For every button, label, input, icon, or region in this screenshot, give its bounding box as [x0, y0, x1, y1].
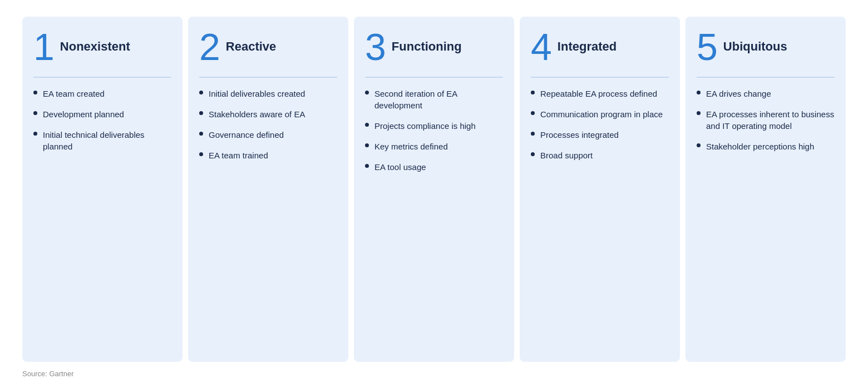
- list-item-text: Broad support: [540, 149, 593, 161]
- column-header-2: 2Reactive: [199, 28, 337, 66]
- bullet-dot: [697, 91, 701, 94]
- column-divider-1: [33, 77, 171, 78]
- source-label: Source: Gartner: [22, 370, 846, 378]
- list-item-text: Initial deliverables created: [209, 88, 305, 99]
- list-item-text: Communication program in place: [540, 108, 663, 120]
- list-item: Communication program in place: [531, 108, 669, 120]
- maturity-grid: 1NonexistentEA team createdDevelopment p…: [22, 17, 846, 362]
- column-5: 5UbiquitousEA drives changeEA processes …: [685, 17, 846, 362]
- bullet-dot: [199, 132, 203, 136]
- list-item-text: Stakeholder perceptions high: [706, 141, 814, 152]
- bullet-dot: [199, 111, 203, 115]
- list-item: Projects compliance is high: [365, 120, 503, 132]
- bullet-dot: [531, 132, 535, 136]
- bullet-dot: [531, 152, 535, 156]
- list-item: Stakeholder perceptions high: [697, 141, 835, 152]
- list-item: EA drives change: [697, 88, 835, 99]
- bullet-dot: [199, 152, 203, 156]
- list-item: Development planned: [33, 108, 171, 120]
- list-item-text: Stakeholders aware of EA: [209, 108, 305, 120]
- bullet-dot: [697, 143, 701, 147]
- list-item: Broad support: [531, 149, 669, 161]
- column-number-4: 4: [531, 28, 552, 66]
- list-item-text: Repeatable EA process defined: [540, 88, 657, 99]
- column-number-3: 3: [365, 28, 386, 66]
- column-header-4: 4Integrated: [531, 28, 669, 66]
- bullet-dot: [365, 164, 369, 168]
- column-divider-3: [365, 77, 503, 78]
- list-item: Processes integrated: [531, 129, 669, 141]
- column-number-2: 2: [199, 28, 220, 66]
- list-item: Repeatable EA process defined: [531, 88, 669, 99]
- list-item-text: Projects compliance is high: [374, 120, 476, 132]
- bullet-list-4: Repeatable EA process definedCommunicati…: [531, 88, 669, 161]
- list-item: EA team created: [33, 88, 171, 99]
- list-item: Second iteration of EA development: [365, 88, 503, 111]
- list-item-text: EA drives change: [706, 88, 771, 99]
- list-item-text: Processes integrated: [540, 129, 619, 141]
- column-1: 1NonexistentEA team createdDevelopment p…: [22, 17, 183, 362]
- list-item-text: Governance defined: [209, 129, 284, 141]
- list-item: EA processes inherent to business and IT…: [697, 108, 835, 132]
- column-divider-5: [697, 77, 835, 78]
- bullet-list-5: EA drives changeEA processes inherent to…: [697, 88, 835, 152]
- bullet-dot: [365, 91, 369, 94]
- column-4: 4IntegratedRepeatable EA process defined…: [520, 17, 680, 362]
- list-item-text: Development planned: [43, 108, 124, 120]
- column-title-2: Reactive: [226, 39, 277, 54]
- bullet-dot: [365, 123, 369, 127]
- list-item-text: EA processes inherent to business and IT…: [706, 108, 835, 132]
- list-item: Initial technical deliverables planned: [33, 129, 171, 152]
- column-header-3: 3Functioning: [365, 28, 503, 66]
- list-item: EA tool usage: [365, 161, 503, 173]
- column-title-4: Integrated: [558, 39, 617, 54]
- bullet-dot: [531, 91, 535, 94]
- column-header-1: 1Nonexistent: [33, 28, 171, 66]
- column-divider-4: [531, 77, 669, 78]
- list-item: Key metrics defined: [365, 141, 503, 152]
- column-number-1: 1: [33, 28, 55, 66]
- column-title-1: Nonexistent: [60, 39, 130, 54]
- list-item: EA team trained: [199, 149, 337, 161]
- list-item-text: EA team created: [43, 88, 105, 99]
- list-item: Governance defined: [199, 129, 337, 141]
- bullet-list-1: EA team createdDevelopment plannedInitia…: [33, 88, 171, 152]
- column-divider-2: [199, 77, 337, 78]
- column-title-3: Functioning: [392, 39, 462, 54]
- list-item: Initial deliverables created: [199, 88, 337, 99]
- column-3: 3FunctioningSecond iteration of EA devel…: [354, 17, 514, 362]
- column-2: 2ReactiveInitial deliverables createdSta…: [188, 17, 348, 362]
- bullet-dot: [33, 132, 37, 136]
- list-item-text: EA team trained: [209, 149, 268, 161]
- bullet-list-2: Initial deliverables createdStakeholders…: [199, 88, 337, 161]
- bullet-dot: [365, 143, 369, 147]
- list-item-text: Second iteration of EA development: [374, 88, 503, 111]
- list-item-text: Initial technical deliverables planned: [43, 129, 171, 152]
- list-item-text: EA tool usage: [374, 161, 426, 173]
- column-title-5: Ubiquitous: [723, 39, 787, 54]
- bullet-dot: [697, 111, 701, 115]
- bullet-dot: [33, 91, 37, 94]
- column-header-5: 5Ubiquitous: [697, 28, 835, 66]
- bullet-dot: [33, 111, 37, 115]
- list-item-text: Key metrics defined: [374, 141, 448, 152]
- column-number-5: 5: [697, 28, 718, 66]
- bullet-dot: [531, 111, 535, 115]
- bullet-dot: [199, 91, 203, 94]
- bullet-list-3: Second iteration of EA developmentProjec…: [365, 88, 503, 173]
- list-item: Stakeholders aware of EA: [199, 108, 337, 120]
